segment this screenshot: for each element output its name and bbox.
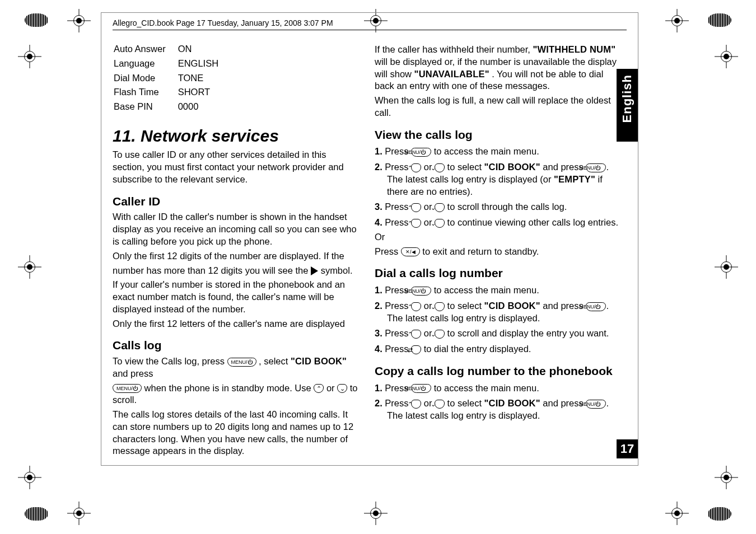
menu-button-icon: MENU/⏻ — [227, 358, 256, 367]
setting-value: ENGLISH — [178, 57, 230, 71]
body-text: To view the Calls log, press MENU/⏻ , se… — [113, 355, 359, 380]
registration-mark-icon — [18, 466, 41, 489]
down-button-icon: ⌄ — [435, 163, 445, 172]
setting-value: SHORT — [178, 86, 230, 99]
setting-label: Auto Answer — [114, 43, 177, 56]
menu-button-icon: MENU/⏻ — [586, 400, 606, 409]
document-header: Allegro_CID.book Page 17 Tuesday, Januar… — [113, 18, 627, 30]
body-text: Or — [375, 231, 621, 243]
setting-value: TONE — [178, 72, 230, 85]
page-number: 17 — [617, 439, 638, 458]
print-mark-icon — [25, 507, 48, 521]
menu-button-icon: MENU/⏻ — [411, 287, 431, 296]
down-button-icon: ⌄ — [435, 302, 445, 311]
ui-token: "CID BOOK" — [484, 301, 540, 311]
up-button-icon: ⌃ — [411, 219, 421, 228]
left-column: Auto AnswerON LanguageENGLISH Dial ModeT… — [113, 41, 359, 457]
ui-token: "CID BOOK" — [291, 356, 347, 366]
registration-mark-icon — [18, 45, 41, 68]
setting-label: Base PIN — [114, 100, 177, 114]
list-item: 1. Press MENU/⏻ to access the main menu. — [375, 146, 621, 158]
body-text: MENU/⏻ when the phone is in standby mode… — [113, 382, 359, 407]
ui-token: "EMPTY" — [554, 174, 595, 184]
list-item: 2. Press ⌃ or ⌄ to select "CID BOOK" and… — [375, 397, 621, 422]
body-text: Press ✕/◀ to exit and return to standby. — [375, 246, 621, 258]
print-mark-icon — [25, 13, 48, 27]
up-button-icon: ⌃ — [411, 400, 421, 409]
list-item: 3. Press ⌃ or ⌄ to scroll through the ca… — [375, 201, 621, 213]
right-column: If the caller has withheld their number,… — [375, 41, 621, 457]
ui-token: "CID BOOK" — [484, 398, 540, 408]
up-button-icon: ⌃ — [411, 163, 421, 172]
body-text: number has more than 12 digits you will … — [113, 265, 359, 277]
menu-button-icon: MENU/⏻ — [411, 148, 431, 157]
call-button-icon: ⇄ — [411, 345, 421, 354]
table-row: LanguageENGLISH — [114, 57, 230, 71]
steps-list: 1. Press MENU/⏻ to access the main menu.… — [375, 146, 621, 229]
section-heading: 11. Network services — [113, 125, 359, 147]
steps-list: 1. Press MENU/⏻ to access the main menu.… — [375, 284, 621, 355]
menu-button-icon: MENU/⏻ — [113, 384, 142, 393]
ui-token: "WITHHELD NUM" — [533, 44, 615, 54]
table-row: Flash TimeSHORT — [114, 86, 230, 99]
up-button-icon: ⌃ — [411, 302, 421, 311]
page-content: Auto AnswerON LanguageENGLISH Dial ModeT… — [101, 30, 638, 457]
sub-heading: Dial a calls log number — [375, 265, 621, 281]
print-mark-icon — [708, 507, 731, 521]
down-button-icon: ⌄ — [435, 400, 445, 409]
body-text: Only the first 12 letters of the caller'… — [113, 318, 359, 330]
list-item: 4. Press ⇄ to dial the entry displayed. — [375, 343, 621, 355]
up-button-icon: ⌃ — [411, 203, 421, 212]
setting-label: Flash Time — [114, 86, 177, 99]
ui-token: "CID BOOK" — [484, 162, 540, 172]
list-item: 2. Press ⌃ or ⌄ to select "CID BOOK" and… — [375, 300, 621, 325]
registration-mark-icon — [665, 9, 689, 32]
menu-button-icon: MENU/⏻ — [411, 384, 431, 393]
setting-value: 0000 — [178, 100, 230, 114]
exit-button-icon: ✕/◀ — [401, 247, 420, 256]
ui-token: "UNAVAILABLE" — [414, 69, 489, 79]
registration-mark-icon — [67, 9, 91, 32]
sub-heading: Caller ID — [113, 194, 359, 209]
play-icon — [311, 266, 318, 275]
up-button-icon: ⌃ — [314, 384, 324, 393]
menu-button-icon: MENU/⏻ — [586, 302, 606, 311]
sub-heading: Copy a calls log number to the phonebook — [375, 363, 621, 379]
body-text: To use caller ID or any other services d… — [113, 149, 359, 185]
body-text: When the calls log is full, a new call w… — [375, 95, 621, 119]
registration-mark-icon — [18, 255, 41, 279]
setting-value: ON — [178, 43, 230, 56]
registration-mark-icon — [665, 502, 689, 525]
registration-mark-icon — [67, 502, 91, 525]
body-text: The calls log stores details of the last… — [113, 409, 359, 457]
body-text: If your caller's number is stored in the… — [113, 279, 359, 315]
language-tab: English — [617, 69, 638, 142]
down-button-icon: ⌄ — [435, 330, 445, 339]
menu-button-icon: MENU/⏻ — [586, 163, 606, 172]
list-item: 1. Press MENU/⏻ to access the main menu. — [375, 284, 621, 297]
list-item: 2. Press ⌃ or ⌄ to select "CID BOOK" and… — [375, 161, 621, 198]
sub-heading: View the calls log — [375, 127, 621, 143]
list-item: 3. Press ⌃ or ⌄ to scroll and display th… — [375, 327, 621, 340]
setting-label: Dial Mode — [114, 72, 177, 85]
registration-mark-icon — [715, 466, 738, 489]
registration-mark-icon — [715, 255, 738, 279]
setting-label: Language — [114, 57, 177, 71]
down-button-icon: ⌄ — [435, 203, 445, 212]
list-item: 4. Press ⌃ or ⌄ to continue viewing othe… — [375, 217, 621, 229]
down-button-icon: ⌄ — [337, 384, 347, 393]
page-frame: Allegro_CID.book Page 17 Tuesday, Januar… — [101, 12, 638, 466]
language-label: English — [620, 74, 634, 123]
table-row: Dial ModeTONE — [114, 72, 230, 85]
registration-mark-icon — [364, 502, 388, 525]
steps-list: 1. Press MENU/⏻ to access the main menu.… — [375, 382, 621, 422]
up-button-icon: ⌃ — [411, 330, 421, 339]
list-item: 1. Press MENU/⏻ to access the main menu. — [375, 382, 621, 395]
down-button-icon: ⌄ — [435, 219, 445, 228]
body-text: If the caller has withheld their number,… — [375, 44, 621, 92]
table-row: Auto AnswerON — [114, 43, 230, 56]
settings-table: Auto AnswerON LanguageENGLISH Dial ModeT… — [113, 41, 231, 115]
sub-heading: Calls log — [113, 338, 359, 353]
table-row: Base PIN0000 — [114, 100, 230, 114]
body-text: Only the first 12 digits of the number a… — [113, 250, 359, 263]
